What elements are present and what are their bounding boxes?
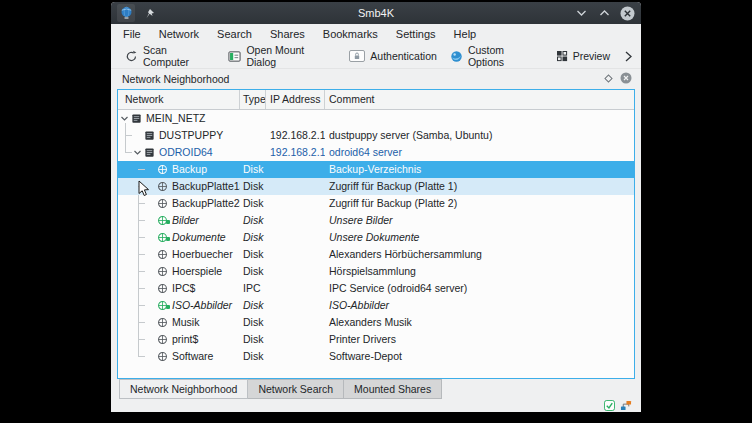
toolbar: Scan Computer xyxy=(111,44,641,68)
table-row[interactable]: Backup Disk Backup-Verzeichnis xyxy=(118,161,634,178)
dock-tab-label: Network Search xyxy=(258,383,333,395)
dock-tab-label: Network Neighborhood xyxy=(130,383,237,395)
desktop: Smb4K File xyxy=(0,0,752,423)
share-icon xyxy=(157,283,170,294)
share-icon xyxy=(157,198,170,209)
row-type: Disk xyxy=(240,212,266,229)
table-row[interactable]: IPC$ IPC IPC Service (odroid64 server) xyxy=(118,280,634,297)
table-row[interactable]: BackupPlatte1$ Disk Zugriff für Backup (… xyxy=(118,178,634,195)
column-header[interactable]: Network xyxy=(118,90,240,109)
dock-tab-label: Mounted Shares xyxy=(354,383,431,395)
row-name: Bilder xyxy=(170,212,201,229)
mounted-share-icon xyxy=(157,300,170,311)
toolbar-button[interactable]: Scan Computer xyxy=(125,45,215,67)
menu-item[interactable]: Network xyxy=(150,24,208,44)
row-name: Backup xyxy=(170,161,209,178)
table-row[interactable]: Hoerspiele Disk Hörspielsammlung xyxy=(118,263,634,280)
chevron-up-icon[interactable] xyxy=(596,5,612,21)
computer-icon xyxy=(144,147,157,158)
row-type: Disk xyxy=(240,195,266,212)
column-header-label: Type xyxy=(243,93,266,105)
table-row[interactable]: ODROID64 192.168.2.102 odroid64 server xyxy=(118,144,634,161)
network-neighborhood-view: Network Type IP Address Comment xyxy=(117,89,635,379)
mounted-indicator-icon xyxy=(604,400,615,411)
menu-item[interactable]: Shares xyxy=(261,24,314,44)
row-ip xyxy=(266,246,325,263)
menu-item-label: Shares xyxy=(270,28,305,40)
table-row[interactable]: Musik Disk Alexanders Musik xyxy=(118,314,634,331)
row-comment: ISO-Abbilder xyxy=(325,297,634,314)
table-body: MEIN_NETZ xyxy=(118,110,634,378)
menu-item[interactable]: Settings xyxy=(387,24,445,44)
row-comment: Alexanders Hörbüchersammlung xyxy=(325,246,634,263)
menu-item[interactable]: Help xyxy=(445,24,486,44)
row-ip xyxy=(266,195,325,212)
row-ip xyxy=(266,229,325,246)
row-comment: Hörspielsammlung xyxy=(325,263,634,280)
row-type xyxy=(240,110,266,127)
table-row[interactable]: Dokumente Disk Unsere Dokumente xyxy=(118,229,634,246)
expand-chevron-icon[interactable] xyxy=(120,114,131,123)
row-ip xyxy=(266,297,325,314)
toolbar-button[interactable]: Preview xyxy=(556,45,610,67)
close-icon[interactable] xyxy=(619,5,635,21)
dock-tab[interactable]: Network Neighborhood xyxy=(119,379,248,399)
toolbar-button[interactable]: Open Mount Dialog xyxy=(228,45,336,67)
expand-chevron-icon[interactable] xyxy=(133,148,144,157)
row-ip xyxy=(266,212,325,229)
row-name: Hoerspiele xyxy=(170,263,224,280)
menu-item[interactable]: Bookmarks xyxy=(314,24,387,44)
row-name: Dokumente xyxy=(170,229,228,246)
table-row[interactable]: ISO-Abbilder Disk ISO-Abbilder xyxy=(118,297,634,314)
share-icon xyxy=(157,351,170,362)
table-row[interactable]: BackupPlatte2$ Disk Zugriff für Backup (… xyxy=(118,195,634,212)
dock-tab[interactable]: Network Search xyxy=(248,379,344,399)
column-header-label: IP Address xyxy=(270,93,321,105)
table-row[interactable]: Hoerbuecher Disk Alexanders Hörbüchersam… xyxy=(118,246,634,263)
row-type: Disk xyxy=(240,178,266,195)
table-header: Network Type IP Address Comment xyxy=(118,90,634,110)
smb4k-app-icon[interactable] xyxy=(117,4,135,22)
table-row[interactable]: Software Disk Software-Depot xyxy=(118,348,634,365)
toolbar-overflow-button[interactable] xyxy=(623,50,633,63)
table-row[interactable]: Bilder Disk Unsere Bilder xyxy=(118,212,634,229)
close-dock-icon[interactable] xyxy=(620,72,632,86)
toolbar-button[interactable]: Custom Options xyxy=(450,45,543,67)
table-row[interactable]: DUSTPUPPY 192.168.2.105 dustpuppy server… xyxy=(118,127,634,144)
row-name: ODROID64 xyxy=(157,144,215,161)
float-dock-icon[interactable] xyxy=(604,73,613,85)
share-icon xyxy=(157,181,170,192)
table-row[interactable]: print$ Disk Printer Drivers xyxy=(118,331,634,348)
table-row[interactable]: MEIN_NETZ xyxy=(118,110,634,127)
row-type: Disk xyxy=(240,263,266,280)
column-header[interactable]: Type xyxy=(240,90,266,109)
column-header[interactable]: Comment xyxy=(325,90,634,109)
share-icon xyxy=(157,317,170,328)
computer-icon xyxy=(144,130,157,141)
titlebar[interactable]: Smb4K xyxy=(111,2,641,24)
row-type: Disk xyxy=(240,331,266,348)
row-ip xyxy=(266,331,325,348)
share-icon xyxy=(157,164,170,175)
row-name: BackupPlatte2$ xyxy=(170,195,240,212)
menu-item[interactable]: File xyxy=(114,24,150,44)
share-icon xyxy=(157,334,170,345)
pin-icon[interactable] xyxy=(141,5,157,21)
dock-tab[interactable]: Mounted Shares xyxy=(344,379,442,399)
row-comment: Unsere Bilder xyxy=(325,212,634,229)
row-comment: odroid64 server xyxy=(325,144,634,161)
row-type: Disk xyxy=(240,314,266,331)
row-type xyxy=(240,127,266,144)
toolbar-button-label: Open Mount Dialog xyxy=(246,44,336,68)
share-icon xyxy=(157,249,170,260)
chevron-down-icon[interactable] xyxy=(573,5,589,21)
row-type: IPC xyxy=(240,280,266,297)
row-comment xyxy=(325,110,634,127)
menu-item[interactable]: Search xyxy=(208,24,261,44)
column-header[interactable]: IP Address xyxy=(266,90,325,109)
dock-titlebar[interactable]: Network Neighborhood xyxy=(111,68,641,89)
menu-item-label: Help xyxy=(454,28,477,40)
toolbar-button-label: Authentication xyxy=(370,50,437,62)
smb4k-window: Smb4K File xyxy=(111,2,641,412)
toolbar-button[interactable]: Authentication xyxy=(349,45,437,67)
